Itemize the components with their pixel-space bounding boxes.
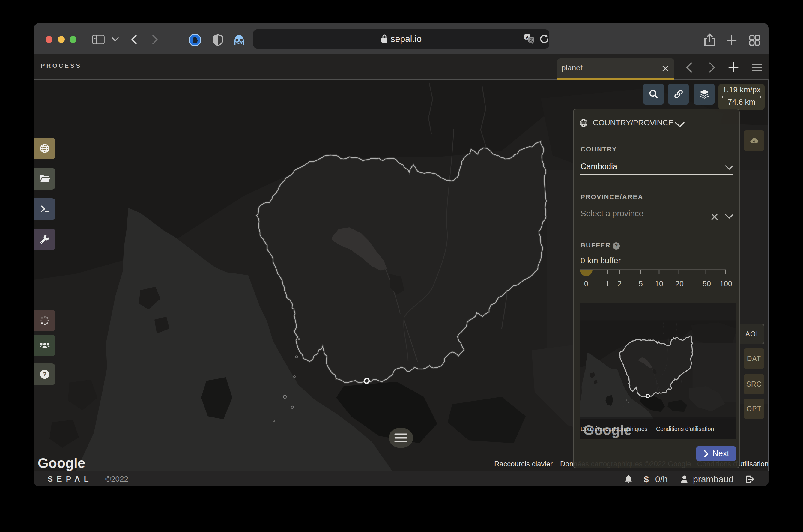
svg-text:1: 1	[606, 280, 610, 288]
svg-text:50: 50	[703, 280, 711, 288]
svg-text:Raccourcis clavier: Raccourcis clavier	[494, 460, 553, 468]
svg-text:10: 10	[655, 280, 663, 288]
svg-text:5: 5	[639, 280, 643, 288]
svg-text:Données cartographiques: Données cartographiques	[580, 425, 648, 432]
svg-text:Conditions d'utilisation: Conditions d'utilisation	[656, 425, 714, 432]
svg-text:100: 100	[720, 280, 732, 288]
svg-text:0: 0	[584, 280, 588, 288]
svg-text:20: 20	[675, 280, 684, 288]
svg-text:?: ?	[43, 370, 47, 378]
svg-text:Google: Google	[38, 455, 85, 471]
svg-text:2: 2	[617, 280, 622, 288]
